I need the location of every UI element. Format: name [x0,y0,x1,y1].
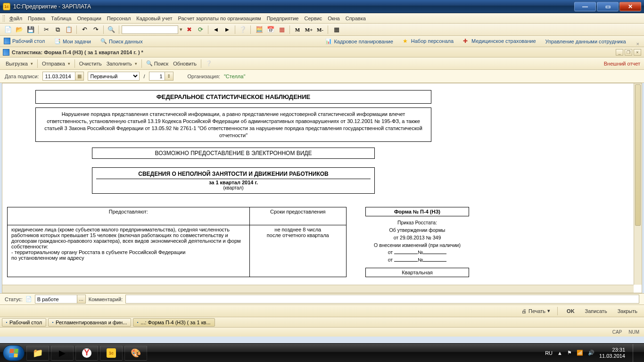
tasks-icon: 📑 [54,38,61,44]
nav-planning[interactable]: 📊Кадровое планирование [323,37,395,47]
tray-flag-icon[interactable]: ▲ [557,350,562,356]
nav-search[interactable]: 🔍Поиск данных [99,37,145,47]
mem-mplus-button[interactable]: M+ [304,25,314,35]
tray-action-icon[interactable]: ⚑ [567,350,572,356]
save-button[interactable]: Записать [580,307,610,315]
task-browser[interactable]: Y [75,346,98,361]
mem-m-button[interactable]: M [292,25,303,35]
show-desktop-button[interactable] [633,344,638,362]
nav-empdata[interactable]: Управление данными сотрудника [544,37,628,47]
tray-volume-icon[interactable]: 🔊 [588,350,594,356]
status-label: Статус: [5,296,23,302]
doc-type-select[interactable]: Первичный [88,72,140,81]
status-picker-button[interactable]: … [77,295,86,304]
doc-min-button[interactable]: _ [616,49,623,56]
help-button[interactable]: ❔ [204,59,214,67]
menu-personnel[interactable]: Персонал [104,15,134,22]
open-button[interactable]: 📂 [14,25,25,35]
task-explorer[interactable]: 📁 [26,346,49,361]
search-button[interactable]: 🔍Поиск [144,59,170,67]
print-button[interactable]: 🖨 Печать ▾ [517,307,553,315]
search-icon: 🔍 [146,60,153,66]
address-input[interactable] [122,25,178,34]
menu-help[interactable]: Справка [343,15,369,22]
task-1c[interactable]: 1c [100,346,123,361]
nav-tasks[interactable]: 📑Мои задачи [52,37,93,47]
document-title: Статистика: Форма П-4 (НЗ) ( за 1 кварта… [12,49,143,55]
status-input[interactable] [35,295,77,304]
tray-network-icon[interactable]: 📶 [577,350,583,356]
doc-restore-button[interactable]: ❐ [625,49,632,56]
copy-button[interactable]: ⧉ [52,25,63,35]
remove-button[interactable]: ✖ [184,25,194,35]
report-electronic: ВОЗМОЖНО ПРЕДОСТАВЛЕНИЕ В ЭЛЕКТРОННОМ ВИ… [92,148,375,159]
calendar-icon[interactable]: ▦ [75,72,84,81]
mem-mminus-button[interactable]: M- [315,25,325,35]
doc-close-button[interactable]: × [634,49,641,56]
menu-hr[interactable]: Кадровый учет [133,15,175,22]
menu-enterprise[interactable]: Предприятие [264,15,302,22]
help-button[interactable]: ❔ [238,25,248,35]
fill-button[interactable]: Заполнить [105,60,139,67]
mdi-tab-form[interactable]: ...: Форма П-4 (НЗ) ( за 1 кв... [133,318,215,327]
calendar-button[interactable]: 📅 [265,25,276,35]
refresh-button[interactable]: ⟳ [195,25,206,35]
tabbar-close-icon[interactable]: × [634,41,642,47]
doc-number-input[interactable] [149,72,165,81]
grid-button[interactable]: ▦ [277,25,287,35]
scroll-thumb[interactable] [635,84,641,226]
nav-fwd-button[interactable]: ► [222,25,232,35]
slash-label: / [143,74,145,79]
menu-edit[interactable]: Правка [25,15,48,22]
lang-indicator[interactable]: RU [545,350,553,356]
window-minimize-button[interactable]: — [574,2,596,11]
comment-input[interactable] [125,295,639,304]
send-button[interactable]: Отправка [40,60,72,67]
ok-button[interactable]: OK [562,307,578,315]
clear-button[interactable]: Очистить [77,60,104,67]
find-button[interactable]: 🔍 [106,25,116,35]
cut-button[interactable]: ✂ [41,25,51,35]
menu-operations[interactable]: Операции [74,15,104,22]
task-paint[interactable]: 🎨 [124,346,147,361]
tray-clock[interactable]: 23:31 11.03.2014 [599,347,625,359]
chart-icon [6,322,7,323]
nav-med[interactable]: ✚Медицинское страхование [461,36,537,47]
chart-icon [137,322,138,323]
report-period: за 1 квартал 2014 г. [96,179,371,185]
close-button[interactable]: Закрыть [613,307,640,315]
export-button[interactable]: Выгрузка [4,60,35,67]
menu-windows[interactable]: Окна [325,15,343,22]
menu-table[interactable]: Таблица [48,15,74,22]
start-button[interactable] [3,345,25,361]
document-area: ФЕДЕРАЛЬНОЕ СТАТИСТИЧЕСКОЕ НАБЛЮДЕНИЕ На… [2,83,642,293]
menu-payroll[interactable]: Расчет зарплаты по организациям [175,15,264,22]
task-media[interactable]: ▶ [51,346,74,361]
star-icon: ★ [403,38,409,44]
calc-button[interactable]: 🧮 [254,25,264,35]
redo-button[interactable]: ↷ [91,25,101,35]
stepper-icon[interactable]: ⇕ [165,72,173,81]
org-link[interactable]: "Стелла" [224,74,245,79]
new-button[interactable]: 📄 [3,25,13,35]
menu-file[interactable]: Файл [7,15,25,22]
mdi-tab-reg[interactable]: Регламентированная и фин... [48,318,131,327]
extra-button[interactable]: ▦ [331,25,342,35]
nav-desktop[interactable]: Рабочий стол [2,36,47,47]
window-close-button[interactable]: ✕ [619,2,641,11]
mdi-tab-desktop[interactable]: Рабочий стол [2,318,46,327]
save-button[interactable]: 💾 [25,25,36,35]
order-line-4: О внесении изменений (при наличии) [366,242,468,249]
nav-recruit[interactable]: ★Набор персонала [401,36,455,47]
undo-button[interactable]: ↶ [79,25,90,35]
nav-back-button[interactable]: ◄ [211,25,221,35]
paste-button[interactable]: 📋 [64,25,74,35]
window-maximize-button[interactable]: ▭ [597,2,619,11]
dropdown-icon[interactable]: ▾ [179,26,183,33]
comment-label: Комментарий: [89,296,123,302]
refresh-button[interactable]: Обновить [171,60,198,67]
sign-date-input[interactable] [42,72,75,81]
vertical-scrollbar[interactable] [634,83,642,285]
horizontal-scrollbar[interactable] [2,285,634,293]
menu-service[interactable]: Сервис [301,15,325,22]
